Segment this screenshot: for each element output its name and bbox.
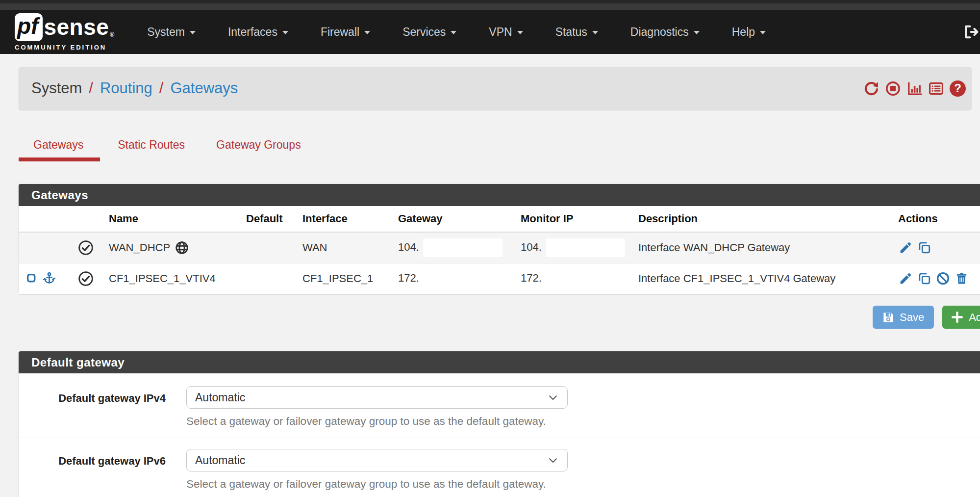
field-help-text: Select a gateway or failover gateway gro… [186, 415, 568, 428]
gateway-name: WAN_DHCP [109, 241, 170, 254]
edit-icon[interactable] [898, 271, 913, 286]
col-header-actions: Actions [893, 206, 980, 232]
default-gateway-form: Default gateway IPv4 Automatic Select a … [19, 373, 980, 497]
chevron-down-icon [549, 458, 557, 463]
logo-registered-mark: ® [110, 31, 114, 38]
gateway-default [241, 232, 298, 263]
refresh-icon[interactable] [863, 80, 879, 97]
logo-edition: COMMUNITY EDITION [15, 44, 114, 51]
default-gateway-ipv4-select[interactable]: Automatic [186, 386, 568, 409]
save-button[interactable]: Save [873, 306, 934, 329]
chart-bar-icon[interactable] [906, 80, 923, 97]
chevron-down-icon [451, 31, 456, 34]
gateway-online-icon [77, 270, 99, 287]
chevron-down-icon [592, 31, 598, 34]
save-button-label: Save [900, 311, 924, 324]
page-header-actions: ? [863, 80, 966, 97]
nav-item-services[interactable]: Services [386, 10, 473, 54]
breadcrumb: System / Routing / Gateways [19, 67, 972, 110]
col-header-gateway: Gateway [393, 206, 516, 232]
edit-icon[interactable] [898, 240, 913, 255]
nav-item-vpn[interactable]: VPN [473, 10, 539, 54]
logo-sense: sense [44, 14, 109, 40]
gateway-description: Interface CF1_IPSEC_1_VTIV4 Gateway [633, 263, 893, 294]
plus-icon [951, 311, 963, 323]
gateway-description: Interface WAN_DHCP Gateway [633, 232, 893, 263]
page-content: System / Routing / Gateways [0, 54, 980, 497]
chevron-down-icon [190, 31, 196, 34]
sign-out-icon[interactable] [962, 24, 979, 40]
field-default-gateway-ipv4: Default gateway IPv4 Automatic Select a … [19, 375, 980, 438]
nav-item-label: VPN [489, 26, 512, 39]
default-gateway-panel: Default gateway Default gateway IPv4 Aut… [19, 351, 980, 497]
pfsense-logo[interactable]: pf sense ® COMMUNITY EDITION [15, 13, 114, 51]
chevron-down-icon [282, 31, 288, 34]
default-gateway-panel-title: Default gateway [19, 351, 980, 373]
delete-icon[interactable] [954, 271, 969, 286]
redacted-value [423, 269, 503, 288]
default-gateway-ipv6-select[interactable]: Automatic [186, 449, 568, 471]
nav-item-label: Help [732, 26, 755, 39]
monitor-ip: 172. [521, 272, 542, 284]
row-actions [898, 271, 980, 286]
field-help-text: Select a gateway or failover gateway gro… [186, 478, 568, 491]
nav-menu: System Interfaces Firewall Services VPN … [131, 10, 782, 54]
logo-pf: pf [15, 13, 43, 41]
tab-gateway-groups[interactable]: Gateway Groups [202, 133, 315, 161]
nav-item-label: Diagnostics [630, 26, 689, 39]
nav-item-label: Services [402, 26, 446, 39]
redacted-value [423, 238, 503, 257]
nav-item-status[interactable]: Status [539, 10, 614, 54]
add-button-label: Add [969, 311, 980, 324]
table-row: WAN_DHCP WAN 104. 104. Interface WAN_DHC… [19, 232, 980, 263]
nav-item-label: Status [555, 26, 587, 39]
redacted-value [546, 238, 625, 257]
save-icon [882, 312, 894, 323]
chevron-down-icon [517, 31, 523, 34]
stop-icon[interactable] [885, 80, 901, 97]
gateways-table: Name Default Interface Gateway Monitor I… [19, 206, 980, 294]
chevron-down-icon [694, 31, 700, 34]
select-value: Automatic [195, 454, 245, 467]
gateway-online-icon [77, 239, 99, 256]
nav-item-diagnostics[interactable]: Diagnostics [614, 10, 716, 54]
gateway-name: CF1_IPSEC_1_VTIV4 [104, 263, 241, 294]
copy-icon[interactable] [917, 240, 932, 255]
disable-icon[interactable] [935, 271, 951, 286]
col-header-monitor-ip: Monitor IP [516, 206, 633, 232]
breadcrumb-separator: / [89, 79, 93, 97]
gateways-panel: Gateways Name Default Interface Gateway … [19, 184, 980, 294]
chevron-down-icon [549, 395, 557, 400]
table-actions: Save Add [873, 306, 980, 329]
copy-icon[interactable] [917, 271, 932, 286]
nav-item-firewall[interactable]: Firewall [304, 10, 386, 54]
tab-gateways[interactable]: Gateways [19, 133, 100, 161]
gateway-default [241, 263, 298, 294]
breadcrumb-link-routing[interactable]: Routing [100, 79, 152, 97]
add-button[interactable]: Add [942, 306, 980, 329]
breadcrumb-separator: / [159, 79, 164, 97]
nav-item-system[interactable]: System [131, 10, 212, 54]
table-header-row: Name Default Interface Gateway Monitor I… [19, 206, 980, 232]
navbar: pf sense ® COMMUNITY EDITION System Inte… [0, 10, 980, 54]
static-route-icon [25, 272, 38, 285]
nav-item-help[interactable]: Help [716, 10, 782, 54]
breadcrumb-link-gateways[interactable]: Gateways [170, 79, 238, 97]
tab-bar: Gateways Static Routes Gateway Groups [19, 133, 980, 161]
gateway-interface: WAN [298, 232, 393, 263]
col-header-description: Description [633, 206, 893, 232]
log-list-icon[interactable] [928, 80, 944, 97]
gateway-interface: CF1_IPSEC_1 [298, 263, 393, 294]
nav-item-interfaces[interactable]: Interfaces [212, 10, 304, 54]
gateway-address: 172. [398, 272, 419, 284]
redacted-value [546, 269, 625, 288]
globe-icon [175, 240, 189, 255]
field-label: Default gateway IPv6 [19, 449, 166, 491]
row-actions [898, 240, 980, 255]
gateway-address: 104. [398, 241, 419, 253]
table-row: CF1_IPSEC_1_VTIV4 CF1_IPSEC_1 172. 172. … [19, 263, 980, 294]
help-icon[interactable]: ? [950, 80, 966, 97]
tab-static-routes[interactable]: Static Routes [104, 133, 199, 161]
select-value: Automatic [195, 391, 245, 404]
nav-item-label: System [147, 26, 185, 39]
